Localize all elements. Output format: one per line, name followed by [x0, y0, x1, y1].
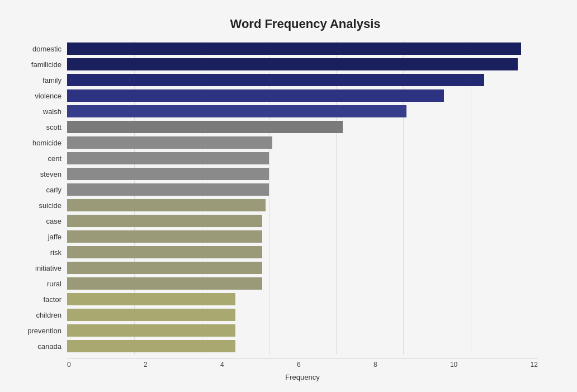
- bar-row: jaffe: [67, 229, 538, 244]
- bar-row: walsh: [67, 104, 538, 119]
- bar-track: [67, 230, 538, 243]
- bar-label: steven: [17, 170, 67, 178]
- bar-label: rural: [17, 280, 67, 288]
- chart-title: Word Frequency Analysis: [17, 17, 549, 31]
- bar-fill: [67, 183, 269, 196]
- bar-row: violence: [67, 88, 538, 103]
- bar-row: homicide: [67, 135, 538, 150]
- bar-fill: [67, 89, 444, 102]
- bar-label: homicide: [17, 139, 67, 147]
- bar-row: risk: [67, 245, 538, 259]
- bar-row: family: [67, 73, 538, 87]
- x-tick-label: 10: [450, 361, 457, 369]
- x-tick-label: 0: [67, 361, 71, 369]
- bar-label: initiative: [17, 264, 67, 272]
- bar-row: domestic: [67, 41, 538, 56]
- bar-row: canada: [67, 339, 538, 353]
- bar-fill: [67, 152, 269, 164]
- bar-track: [67, 183, 538, 196]
- bar-track: [67, 199, 538, 211]
- bar-fill: [67, 293, 235, 305]
- x-tick-labels: 024681012: [67, 361, 538, 369]
- bar-fill: [67, 199, 266, 211]
- bar-label: domestic: [17, 45, 67, 53]
- bar-row: prevention: [67, 323, 538, 338]
- bar-label: walsh: [17, 107, 67, 116]
- bar-row: cent: [67, 151, 538, 166]
- bar-label: cent: [17, 154, 67, 163]
- x-tick-label: 12: [531, 361, 538, 369]
- bar-label: scott: [17, 123, 67, 131]
- bar-label: suicide: [17, 201, 67, 210]
- bar-fill: [67, 121, 343, 133]
- bar-track: [67, 215, 538, 227]
- bar-label: violence: [17, 92, 67, 100]
- x-axis-title: Frequency: [67, 373, 538, 381]
- bar-row: familicide: [67, 57, 538, 72]
- bar-track: [67, 136, 538, 149]
- bar-track: [67, 262, 538, 274]
- bar-label: carly: [17, 186, 67, 194]
- bar-label: family: [17, 76, 67, 84]
- bar-fill: [67, 230, 262, 243]
- bar-fill: [67, 262, 262, 274]
- bar-fill: [67, 340, 235, 352]
- bar-track: [67, 168, 538, 180]
- bar-track: [67, 121, 538, 133]
- bar-track: [67, 105, 538, 117]
- bar-row: initiative: [67, 261, 538, 275]
- bar-fill: [67, 215, 262, 227]
- x-axis-area: 024681012 Frequency: [67, 358, 538, 381]
- bar-track: [67, 324, 538, 337]
- bar-label: jaffe: [17, 233, 67, 241]
- bars-wrapper: domesticfamilicidefamilyviolencewalshsco…: [67, 41, 538, 355]
- bar-track: [67, 246, 538, 258]
- bar-track: [67, 309, 538, 321]
- bar-label: children: [17, 311, 67, 319]
- x-tick-label: 2: [144, 361, 148, 369]
- bar-fill: [67, 42, 521, 55]
- bar-fill: [67, 324, 235, 337]
- bar-row: suicide: [67, 198, 538, 212]
- bar-track: [67, 277, 538, 290]
- bar-fill: [67, 136, 272, 149]
- x-tick-label: 4: [220, 361, 224, 369]
- bar-fill: [67, 277, 262, 290]
- x-tick-label: 6: [297, 361, 301, 369]
- bar-track: [67, 293, 538, 305]
- bar-label: prevention: [17, 327, 67, 335]
- x-axis-line: [67, 358, 538, 358]
- bar-label: risk: [17, 248, 67, 257]
- bar-row: steven: [67, 167, 538, 181]
- bar-track: [67, 89, 538, 102]
- bar-track: [67, 74, 538, 86]
- bar-row: case: [67, 214, 538, 228]
- bar-label: case: [17, 217, 67, 225]
- bar-row: children: [67, 308, 538, 322]
- bar-track: [67, 152, 538, 164]
- bar-fill: [67, 58, 518, 70]
- bar-fill: [67, 168, 269, 180]
- chart-area: domesticfamilicidefamilyviolencewalshsco…: [67, 41, 538, 355]
- x-tick-label: 8: [373, 361, 377, 369]
- bar-label: canada: [17, 342, 67, 351]
- bar-fill: [67, 309, 235, 321]
- bar-row: scott: [67, 120, 538, 134]
- bar-row: carly: [67, 182, 538, 197]
- bar-label: familicide: [17, 60, 67, 69]
- bar-fill: [67, 246, 262, 258]
- bar-fill: [67, 74, 484, 86]
- bar-label: factor: [17, 295, 67, 304]
- chart-container: Word Frequency Analysis domesticfamilici…: [6, 6, 571, 392]
- bar-track: [67, 58, 538, 70]
- bar-track: [67, 42, 538, 55]
- bar-row: rural: [67, 276, 538, 291]
- bar-row: factor: [67, 292, 538, 306]
- bar-track: [67, 340, 538, 352]
- bar-fill: [67, 105, 406, 117]
